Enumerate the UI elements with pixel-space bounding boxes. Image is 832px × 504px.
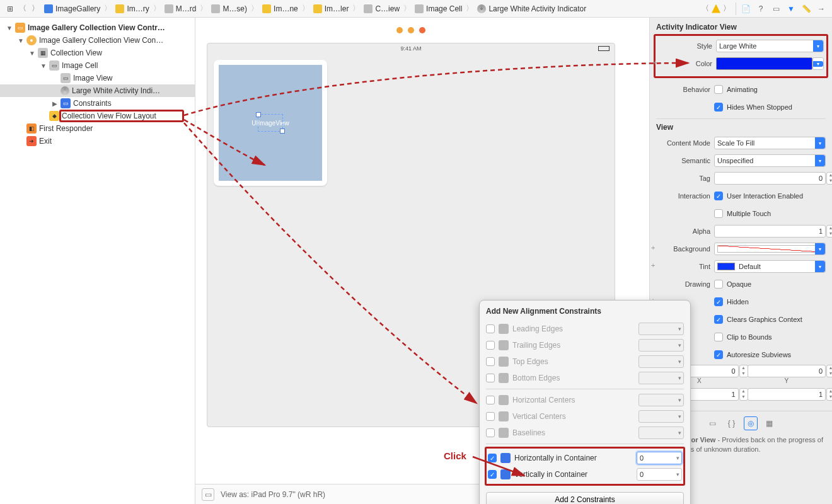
outline-first-responder[interactable]: ◧First Responder [0,122,195,135]
library-file-templates-tab[interactable]: ▭ [706,416,720,430]
add-variant-icon[interactable]: + [651,244,655,251]
image-view-preview[interactable]: UIImageView [219,65,322,181]
library-objects-tab[interactable]: ◎ [744,416,758,430]
background-color-well[interactable]: ▾ [714,243,826,255]
align-icon [499,395,509,405]
crumb-folder[interactable]: Im…ry [113,4,151,13]
height-field[interactable]: 1▲▼ [748,388,826,401]
outline-activity-indicator[interactable]: Large White Activity Indi… [0,84,195,97]
view-icon [364,4,373,13]
toggle-outline-button[interactable]: ▭ [202,488,214,501]
hides-when-stopped-checkbox[interactable]: ✓ [714,103,723,112]
checkbox-checked-icon[interactable]: ✓ [488,470,497,479]
hidden-checkbox[interactable]: ✓ [714,297,723,306]
popover-title: Add New Alignment Constraints [486,307,684,316]
storyboard-icon [165,4,173,13]
stepper-icon[interactable]: ▲▼ [826,388,832,401]
tag-field[interactable]: 0▲▼ [714,172,826,185]
outline-image-view[interactable]: ▭Image View [0,72,195,84]
align-icon [499,357,509,367]
crumb-storyboard-base[interactable]: M…se) [209,4,250,13]
animating-checkbox[interactable] [714,85,723,94]
alpha-field[interactable]: 1▲▼ [714,225,826,238]
crumb-overflow-back[interactable]: 〈 [699,3,712,15]
document-outline: ▼▭Image Gallery Collection View Contr… ▼… [0,18,195,504]
project-icon [44,4,53,13]
warning-icon[interactable] [712,4,720,13]
folder-icon [115,4,124,13]
user-interaction-checkbox[interactable]: ✓ [714,192,723,200]
add-variant-icon[interactable]: + [651,261,655,269]
nav-back-icon[interactable]: 〈 [16,3,29,15]
image-cell-preview[interactable]: UIImageView [214,60,327,186]
stepper-icon[interactable]: ▲▼ [739,365,748,377]
add-constraints-button[interactable]: Add 2 Constraints [486,492,684,504]
tint-select[interactable]: Default▾ [714,260,826,273]
annotation-highlight [59,110,184,122]
outline-view-controller[interactable]: ▼●Image Gallery Collection View Con… [0,34,195,47]
flow-layout-icon: ◆ [49,111,59,121]
crumb-scene[interactable]: Im…ne [260,4,301,13]
outline-exit[interactable]: ➜Exit [0,135,195,147]
stepper-icon[interactable]: ▲▼ [826,225,832,238]
y-field[interactable]: 0▲▼ [748,365,826,377]
file-inspector-tab[interactable]: 📄 [739,2,753,16]
nav-forward-icon[interactable]: 〉 [29,3,42,15]
crumb-controller[interactable]: Im…ler [311,4,352,13]
size-inspector-tab[interactable]: 📏 [799,2,813,16]
battery-icon [598,46,610,51]
view-as-label[interactable]: View as: iPad Pro 9.7" (wR hR) [221,490,325,499]
scene-dot-icon [396,27,403,33]
align-icon [499,411,509,421]
clip-to-bounds-checkbox[interactable] [714,333,723,341]
section-activity-indicator: Activity Indicator View [656,23,826,32]
align-icon [500,469,511,479]
content-mode-select[interactable]: Scale To Fill▾ [714,137,826,149]
color-well[interactable] [716,57,812,70]
crumb-activity-indicator[interactable]: Large White Activity Indicator [475,4,589,13]
outline-image-cell[interactable]: ▼▭Image Cell [0,59,195,72]
add-variant-icon[interactable]: + [653,59,657,66]
opaque-checkbox[interactable] [714,280,723,289]
library-media-tab[interactable]: ▦ [763,416,777,430]
controller-icon: ● [26,35,37,45]
multiple-touch-checkbox[interactable] [714,209,723,218]
scene-dot-icon [408,27,414,33]
status-bar: 9:41 AM [207,43,615,54]
scene-dot-icon [419,27,425,33]
related-items-icon[interactable]: ⊞ [4,3,16,15]
outline-constraints[interactable]: ▶▭Constraints [0,97,195,110]
style-select[interactable]: Large White▾ [716,40,824,52]
library-code-snippets-tab[interactable]: { } [725,416,739,430]
spinner-icon [61,86,69,95]
constraint-horizontal-centers: Horizontal Centers▾ [486,392,684,408]
quick-help-tab[interactable]: ? [754,2,768,16]
alignment-constraints-popover: Add New Alignment Constraints Leading Ed… [479,300,691,504]
semantic-select[interactable]: Unspecified▾ [714,154,826,167]
stepper-icon[interactable]: ▲▼ [826,365,832,377]
constraint-center-vertically[interactable]: ✓Vertically in Container0▾ [488,466,682,483]
crumb-image-cell[interactable]: Image Cell [412,4,465,13]
crumb-collection-view[interactable]: C…iew [361,4,402,13]
constraint-center-horizontally[interactable]: ✓Horizontally in Container0▾ [488,450,682,466]
stepper-icon[interactable]: ▲▼ [739,388,748,401]
imageview-icon: ▭ [61,73,71,83]
identity-inspector-tab[interactable]: ▭ [769,2,783,16]
attributes-inspector-tab[interactable]: ▼ [784,2,798,16]
cell-icon: ▭ [49,60,59,71]
crumb-overflow-forward[interactable]: 〉 [720,3,733,15]
crumb-storyboard[interactable]: M…rd [162,4,199,13]
checkbox-checked-icon[interactable]: ✓ [488,454,497,462]
connections-inspector-tab[interactable]: → [814,2,828,16]
constraint-vertical-centers: Vertical Centers▾ [486,408,684,425]
crumb-project[interactable]: ImageGallery [42,4,103,13]
clears-context-checkbox[interactable]: ✓ [714,315,723,324]
constraint-baselines: Baselines▾ [486,425,684,441]
stepper-icon[interactable]: ▲▼ [826,172,832,185]
scene-title-bar [207,20,615,40]
outline-collection-view[interactable]: ▼▦Collection View [0,47,195,59]
color-dropdown[interactable]: ▾ [812,57,824,70]
selection-handles[interactable] [258,114,283,132]
autoresize-checkbox[interactable]: ✓ [714,350,723,359]
outline-scene[interactable]: ▼▭Image Gallery Collection View Contr… [0,21,195,34]
